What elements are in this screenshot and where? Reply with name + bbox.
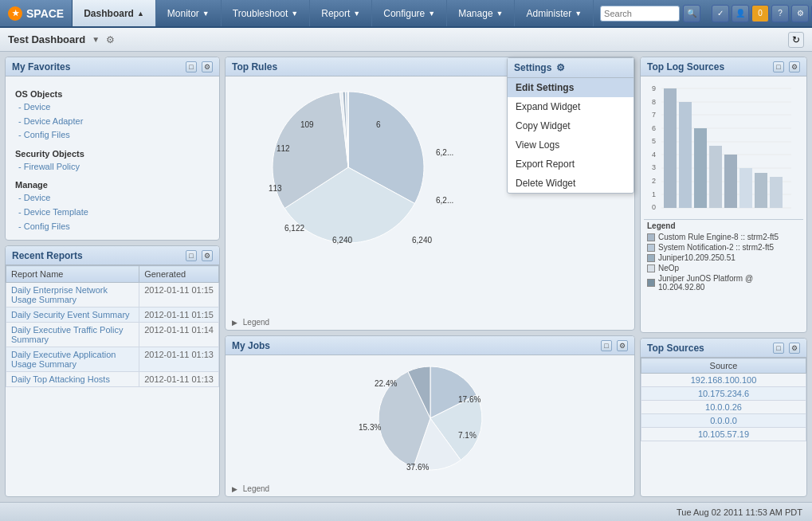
fav-device-adapter[interactable]: - Device Adapter xyxy=(15,115,210,129)
favorites-body: OS Objects - Device - Device Adapter - C… xyxy=(6,76,219,240)
report-date: 2012-01-11 01:14 xyxy=(139,323,219,347)
nav-tab-dashboard[interactable]: Dashboard ▲ xyxy=(73,0,156,26)
security-objects-title: Security Objects xyxy=(15,149,210,159)
table-row: Daily Security Event Summary2012-01-11 0… xyxy=(6,308,219,323)
settings-export[interactable]: Export Report xyxy=(508,155,634,174)
nav-tab-configure[interactable]: Configure ▼ xyxy=(372,0,447,26)
status-bar: Tue Aug 02 2011 11:53 AM PDT xyxy=(0,502,812,521)
jobs-legend[interactable]: ▶ Legend xyxy=(226,481,634,496)
svg-text:6: 6 xyxy=(652,124,656,132)
report-link[interactable]: Daily Security Event Summary xyxy=(11,310,130,319)
svg-text:6,122: 6,122 xyxy=(284,224,304,233)
settings-expand[interactable]: Expand Widget xyxy=(508,97,634,116)
svg-text:37.6%: 37.6% xyxy=(406,463,429,472)
source-link[interactable]: 10.0.0.26 xyxy=(705,402,742,412)
badge-icon[interactable]: 0 xyxy=(751,5,769,22)
fav-device-template[interactable]: - Device Template xyxy=(15,206,210,220)
svg-rect-39 xyxy=(739,168,752,208)
source-link[interactable]: 10.105.57.19 xyxy=(698,429,749,439)
favorites-minimize[interactable]: □ xyxy=(186,61,197,72)
jobs-minimize[interactable]: □ xyxy=(601,340,612,351)
fav-device[interactable]: - Device xyxy=(15,100,210,115)
svg-rect-37 xyxy=(709,146,722,208)
favorites-settings[interactable]: ⚙ xyxy=(202,61,213,72)
top-sources-minimize[interactable]: □ xyxy=(773,343,784,354)
top-log-body: 9 8 7 6 5 4 3 2 1 0 xyxy=(641,76,806,332)
search-button[interactable]: 🔍 xyxy=(683,5,700,22)
nav-tab-report[interactable]: Report ▼ xyxy=(310,0,372,26)
report-link[interactable]: Daily Enterprise Network Usage Summary xyxy=(11,285,108,304)
search-input[interactable] xyxy=(600,6,680,22)
settings-title: Settings xyxy=(514,62,551,73)
reports-minimize[interactable]: □ xyxy=(186,250,197,261)
log-legend-section: Legend Custom Rule Engine-8 :: strm2-ft5… xyxy=(644,219,803,294)
settings-view-logs[interactable]: View Logs xyxy=(508,135,634,155)
left-column: My Favorites □ ⚙ OS Objects - Device - D… xyxy=(5,57,220,497)
report-link[interactable]: Daily Executive Application Usage Summar… xyxy=(11,350,116,369)
report-link[interactable]: Daily Top Attacking Hosts xyxy=(11,374,110,384)
user-icon[interactable]: 👤 xyxy=(732,5,749,22)
settings-edit[interactable]: Edit Settings xyxy=(508,78,634,97)
legend-item-5: Juniper JunOS Platform @ 10.204.92.80 xyxy=(647,273,800,292)
nav-tab-monitor[interactable]: Monitor ▼ xyxy=(156,0,222,26)
legend-box-1 xyxy=(647,233,655,241)
report-link[interactable]: Daily Executive Traffic Policy Summary xyxy=(11,325,123,344)
help-icon[interactable]: ? xyxy=(771,5,789,22)
os-objects-title: OS Objects xyxy=(15,89,210,99)
svg-text:3: 3 xyxy=(652,163,656,171)
nav-tab-administer[interactable]: Administer ▼ xyxy=(515,0,594,26)
administer-arrow: ▼ xyxy=(575,10,582,18)
monitor-arrow: ▼ xyxy=(202,10,210,18)
top-log-settings[interactable]: ⚙ xyxy=(789,61,800,72)
top-sources-settings[interactable]: ⚙ xyxy=(789,343,800,354)
col-generated: Generated xyxy=(139,266,219,283)
list-item: 0.0.0.0 xyxy=(641,414,806,428)
table-row: Daily Top Attacking Hosts2012-01-11 01:1… xyxy=(6,372,219,387)
svg-text:8: 8 xyxy=(652,98,656,106)
svg-text:6,2...: 6,2... xyxy=(436,148,453,157)
settings-copy[interactable]: Copy Widget xyxy=(508,116,634,135)
manage-title: Manage xyxy=(15,180,210,190)
svg-rect-41 xyxy=(770,177,783,208)
main-content: My Favorites □ ⚙ OS Objects - Device - D… xyxy=(0,52,812,502)
refresh-button[interactable]: ↻ xyxy=(788,32,804,48)
logo-text: SPACE xyxy=(26,7,64,20)
legend-item-1: Custom Rule Engine-8 :: strm2-ft5 xyxy=(647,232,800,242)
settings-icon[interactable]: ⚙ xyxy=(791,5,809,22)
dashboard-title: Test Dashboard xyxy=(8,33,85,45)
svg-text:6: 6 xyxy=(376,120,381,129)
table-row: Daily Enterprise Network Usage Summary20… xyxy=(6,283,219,308)
dashboard-arrow: ▲ xyxy=(137,10,144,18)
dashboard-arrow-down[interactable]: ▼ xyxy=(92,35,100,44)
report-date: 2012-01-11 01:15 xyxy=(139,308,219,323)
settings-delete[interactable]: Delete Widget xyxy=(508,174,634,193)
configure-arrow: ▼ xyxy=(428,10,435,18)
favorites-header: My Favorites □ ⚙ xyxy=(6,57,219,76)
top-rules-legend[interactable]: ▶ Legend xyxy=(226,315,634,330)
fav-manage-device[interactable]: - Device xyxy=(15,191,210,206)
fav-config-files-os[interactable]: - Config Files xyxy=(15,128,210,143)
svg-text:9: 9 xyxy=(652,84,656,92)
settings-gear-icon: ⚙ xyxy=(556,62,565,73)
legend-item-3: Juniper10.209.250.51 xyxy=(647,253,800,263)
source-link[interactable]: 0.0.0.0 xyxy=(710,416,737,425)
jobs-settings[interactable]: ⚙ xyxy=(617,340,628,351)
sub-header: Test Dashboard ▼ ⚙ ↻ xyxy=(0,28,812,52)
reports-title: Recent Reports xyxy=(12,250,181,261)
top-log-minimize[interactable]: □ xyxy=(773,61,784,72)
sources-col-header: Source xyxy=(641,358,806,374)
source-link[interactable]: 192.168.100.100 xyxy=(691,375,757,385)
jobs-body: 17.6% 22.4% 15.3% 37.6% 7.1% xyxy=(226,355,634,481)
svg-text:22.4%: 22.4% xyxy=(375,379,397,388)
top-navigation: ★ SPACE Dashboard ▲ Monitor ▼ Troublesho… xyxy=(0,0,812,28)
reports-settings[interactable]: ⚙ xyxy=(202,250,213,261)
dashboard-settings-icon[interactable]: ⚙ xyxy=(106,34,115,45)
checkmark-icon[interactable]: ✓ xyxy=(712,5,729,22)
source-link[interactable]: 10.175.234.6 xyxy=(698,389,749,398)
report-date: 2012-01-11 01:13 xyxy=(139,372,219,387)
fav-config-files-manage[interactable]: - Config Files xyxy=(15,220,210,234)
nav-tab-manage[interactable]: Manage ▼ xyxy=(447,0,515,26)
fav-firewall-policy[interactable]: - Firewall Policy xyxy=(15,160,210,174)
nav-tab-troubleshoot[interactable]: Troubleshoot ▼ xyxy=(222,0,311,26)
svg-text:5: 5 xyxy=(652,137,656,145)
